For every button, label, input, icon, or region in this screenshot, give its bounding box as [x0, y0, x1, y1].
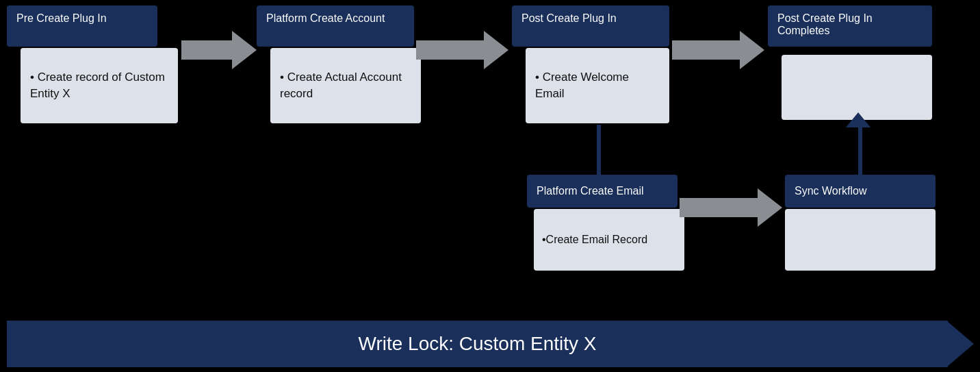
platform-create-detail: • Create Actual Account record — [270, 48, 421, 123]
platform-email-box: Platform Create Email — [527, 175, 678, 208]
post-create-plugin-detail-text: • Create Welcome Email — [535, 69, 660, 102]
arrow-up-shaft — [858, 125, 862, 176]
post-create-plugin-detail: • Create Welcome Email — [526, 48, 669, 123]
pre-create-detail-text: • Create record of Custom Entity X — [30, 69, 168, 102]
platform-create-box: Platform Create Account — [257, 5, 414, 47]
platform-email-detail: •Create Email Record — [534, 209, 684, 271]
sync-workflow-label: Sync Workflow — [795, 185, 867, 197]
platform-email-label: Platform Create Email — [537, 185, 644, 197]
sync-workflow-detail — [785, 209, 936, 271]
diagram-container: Pre Create Plug In • Create record of Cu… — [0, 0, 980, 372]
arrow-4 — [680, 188, 782, 227]
post-create-plugin-label: Post Create Plug In — [521, 12, 617, 24]
sync-workflow-box: Sync Workflow — [785, 175, 936, 208]
pre-create-label: Pre Create Plug In — [16, 12, 107, 24]
platform-email-detail-text: •Create Email Record — [542, 234, 647, 246]
post-create-completes-box: Post Create Plug In Completes — [768, 5, 932, 47]
arrow-1 — [181, 31, 257, 69]
platform-create-label: Platform Create Account — [266, 12, 385, 24]
post-create-completes-detail — [782, 55, 932, 120]
arrow-2 — [416, 31, 508, 69]
arrow-3 — [672, 31, 764, 69]
arrow-up-head — [846, 112, 871, 127]
pre-create-box: Pre Create Plug In — [7, 5, 157, 47]
pre-create-detail: • Create record of Custom Entity X — [21, 48, 178, 123]
post-create-plugin-box: Post Create Plug In — [512, 5, 669, 47]
write-lock-text: Write Lock: Custom Entity X — [358, 333, 596, 355]
write-lock-bar: Write Lock: Custom Entity X — [7, 321, 948, 367]
post-create-completes-label: Post Create Plug In Completes — [777, 12, 873, 36]
platform-create-detail-text: • Create Actual Account record — [280, 69, 411, 102]
